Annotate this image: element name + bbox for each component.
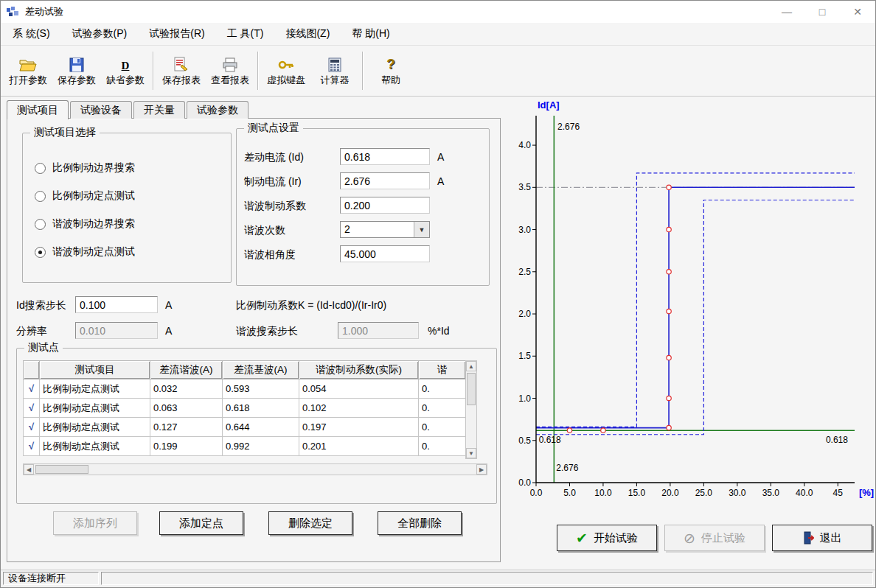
tab-label: 试验参数: [197, 104, 238, 117]
stop-test-button[interactable]: ⊘ 停止试验: [664, 525, 765, 551]
scroll-up-icon[interactable]: ▲: [466, 361, 476, 371]
col-harmonic-current[interactable]: 差流谐波(A): [150, 361, 223, 379]
tool-label: 缺省参数: [106, 74, 145, 87]
combo-value: 2: [341, 222, 414, 237]
cell-item: 比例制动定点测试: [40, 379, 150, 399]
tool-label: 虚拟键盘: [267, 74, 305, 87]
scroll-right-icon[interactable]: ▶: [476, 464, 487, 475]
tab-test-params[interactable]: 试验参数: [187, 101, 248, 119]
close-button[interactable]: ✕: [840, 1, 875, 23]
table-hscrollbar[interactable]: ◀ ▶: [23, 463, 487, 475]
table-row[interactable]: √ 比例制动定点测试 0.127 0.644 0.197 0.: [24, 418, 466, 437]
field-label-harmonic-order: 谐波次数: [244, 224, 285, 237]
delete-selected-button[interactable]: 删除选定: [268, 511, 352, 535]
chevron-down-icon[interactable]: ▼: [414, 222, 429, 237]
ir-current-input[interactable]: [340, 172, 430, 189]
toolbar: 打开参数 保存参数 D 缺省参数: [1, 45, 875, 97]
radio-label: 谐波制动边界搜索: [52, 217, 135, 231]
col-fundamental-current[interactable]: 差流基波(A): [223, 361, 299, 379]
field-unit: A: [437, 151, 444, 163]
harmonic-phase-input[interactable]: [340, 245, 430, 262]
minimize-button[interactable]: —: [769, 1, 804, 23]
radio-icon: [35, 219, 46, 230]
tab-test-equipment[interactable]: 试验设备: [70, 101, 132, 119]
radio-harmonic-fixed-point[interactable]: 谐波制动定点测试: [35, 245, 135, 259]
save-params-button[interactable]: 保存参数: [52, 47, 101, 94]
field-label-id-current: 差动电流 (Id): [244, 151, 304, 164]
harmonic-coef-input[interactable]: [340, 197, 430, 214]
ratio-coef-formula: 比例制动系数K = (Id-Icd0)/(Ir-Ir0): [236, 299, 386, 312]
group-title: 测试点: [24, 341, 63, 354]
cell-clipped: 0.: [419, 437, 466, 456]
titlebar: 差动试验 — □ ✕: [1, 1, 875, 23]
col-check[interactable]: [24, 361, 40, 379]
scroll-down-icon[interactable]: ▼: [466, 448, 476, 458]
svg-text:5.0: 5.0: [563, 488, 576, 498]
calculator-button[interactable]: 计算器: [310, 47, 359, 94]
tool-label: 计算器: [321, 74, 350, 87]
row-check-icon: √: [24, 437, 40, 456]
menu-tools[interactable]: 工 具(T): [227, 27, 264, 41]
scroll-left-icon[interactable]: ◀: [24, 464, 34, 475]
id-step-input[interactable]: [75, 296, 158, 313]
add-fixed-point-button[interactable]: 添加定点: [159, 511, 243, 535]
radio-label: 谐波制动定点测试: [52, 245, 135, 259]
action-buttons: ✔ 开始试验 ⊘ 停止试验 退出: [557, 525, 872, 551]
table-vscrollbar[interactable]: ▲ ▼: [465, 360, 477, 459]
svg-text:3.5: 3.5: [518, 182, 531, 192]
test-points-table: 测试项目 差流谐波(A) 差流基波(A) 谐波制动系数(实际) 谐 √ 比例制动…: [23, 360, 466, 456]
harmonic-step-input[interactable]: [338, 322, 419, 339]
open-params-button[interactable]: 打开参数: [4, 47, 52, 94]
default-params-button[interactable]: D 缺省参数: [101, 47, 150, 94]
tool-label: 保存参数: [58, 74, 96, 87]
menu-bar: 系 统(S) 试验参数(P) 试验报告(R) 工 具(T) 接线图(Z) 帮 助…: [1, 23, 875, 45]
svg-text:1.0: 1.0: [518, 393, 531, 404]
delete-all-button[interactable]: 全部删除: [378, 511, 462, 535]
resolution-input[interactable]: [75, 322, 158, 339]
svg-text:20.0: 20.0: [661, 488, 679, 498]
col-clipped[interactable]: 谐: [419, 361, 466, 379]
start-test-button[interactable]: ✔ 开始试验: [557, 525, 657, 551]
window-title: 差动试验: [25, 5, 63, 18]
tab-test-items[interactable]: 测试项目: [7, 100, 69, 119]
help-button[interactable]: ? 帮助: [366, 47, 415, 94]
row-check-icon: √: [24, 379, 40, 399]
col-test-item[interactable]: 测试项目: [40, 361, 150, 379]
resolution-label: 分辨率: [16, 325, 47, 338]
table-row[interactable]: √ 比例制动定点测试 0.199 0.992 0.201 0.: [24, 437, 466, 456]
menu-help[interactable]: 帮 助(H): [352, 27, 389, 41]
radio-harmonic-boundary-search[interactable]: 谐波制动边界搜索: [35, 217, 135, 231]
menu-test-report[interactable]: 试验报告(R): [149, 27, 204, 41]
id-current-input[interactable]: [340, 148, 430, 165]
cell-clipped: 0.: [419, 379, 466, 399]
table-row[interactable]: √ 比例制动定点测试 0.032 0.593 0.054 0.: [24, 379, 466, 399]
menu-wiring-diagram[interactable]: 接线图(Z): [285, 27, 330, 41]
tab-switch-quantity[interactable]: 开关量: [133, 101, 185, 119]
cell-item: 比例制动定点测试: [40, 437, 150, 456]
svg-text:0.5: 0.5: [518, 435, 531, 446]
menu-test-params[interactable]: 试验参数(P): [72, 27, 128, 41]
cell-item: 比例制动定点测试: [40, 399, 150, 418]
print-report-icon: [222, 55, 238, 72]
radio-ratio-boundary-search[interactable]: 比例制动边界搜索: [35, 161, 135, 175]
radio-ratio-fixed-point[interactable]: 比例制动定点测试: [35, 189, 135, 203]
hscroll-thumb[interactable]: [35, 465, 88, 474]
col-harmonic-coef-actual[interactable]: 谐波制动系数(实际): [299, 361, 419, 379]
field-unit: A: [437, 175, 444, 187]
virtual-keyboard-button[interactable]: 虚拟键盘: [262, 47, 310, 94]
test-item-select-group: 测试项目选择 比例制动边界搜索 比例制动定点测试 谐波制动边界搜索 谐波制动定点…: [22, 133, 232, 283]
harmonic-order-select[interactable]: 2 ▼: [340, 221, 430, 238]
save-report-button[interactable]: 保存报表: [157, 47, 206, 94]
svg-text:[%]: [%]: [859, 487, 874, 498]
svg-text:0.618: 0.618: [826, 435, 848, 445]
exit-button[interactable]: 退出: [772, 525, 872, 551]
tool-label: 查看报表: [211, 74, 249, 87]
menu-system[interactable]: 系 统(S): [13, 27, 50, 41]
table-row[interactable]: √ 比例制动定点测试 0.063 0.618 0.102 0.: [24, 399, 466, 418]
vscroll-thumb[interactable]: [467, 373, 476, 405]
tool-label: 保存报表: [162, 74, 201, 87]
save-icon: [69, 55, 84, 72]
maximize-button[interactable]: □: [804, 1, 840, 23]
add-sequence-button[interactable]: 添加序列: [53, 511, 137, 535]
view-report-button[interactable]: 查看报表: [206, 47, 254, 94]
